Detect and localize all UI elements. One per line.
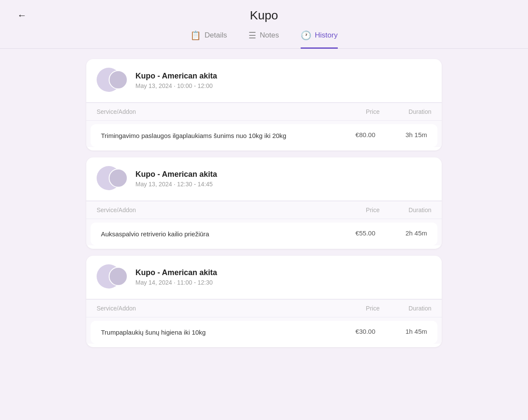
tab-history[interactable]: 🕐 History — [301, 30, 338, 49]
service-duration-2-0: 2h 45m — [375, 229, 427, 238]
appointment-card-3: Kupo - American akita May 14, 2024 · 11:… — [86, 256, 442, 347]
avatar-3 — [97, 264, 128, 290]
appointment-time-2: May 13, 2024 · 12:30 - 14:45 — [135, 181, 217, 188]
tab-bar: 📋 Details ☰ Notes 🕐 History — [0, 22, 528, 49]
services-section-3: Service/Addon Price Duration Trumpaplauk… — [86, 299, 442, 344]
service-name-3-0: Trumpaplaukių šunų higiena iki 10kg — [101, 328, 332, 337]
avatar-fg-1 — [109, 70, 128, 89]
history-icon: 🕐 — [301, 30, 311, 41]
appointment-info-1: Kupo - American akita May 13, 2024 · 10:… — [135, 72, 217, 89]
service-duration-3-0: 1h 45m — [375, 328, 427, 337]
service-price-2-0: €55.00 — [332, 229, 375, 238]
services-header-3: Service/Addon Price Duration — [86, 300, 442, 317]
appointment-time-1: May 13, 2024 · 10:00 - 12:00 — [135, 82, 217, 89]
avatar-fg-3 — [109, 267, 128, 286]
service-price-3-0: €30.00 — [332, 328, 375, 337]
service-name-1-0: Trimingavimo paslaugos ilgaplaukiams šun… — [101, 131, 332, 140]
col-duration-3: Duration — [380, 305, 431, 312]
notes-icon: ☰ — [248, 30, 256, 41]
col-duration-1: Duration — [380, 108, 431, 115]
avatar-fg-2 — [109, 169, 128, 188]
avatar-2 — [97, 166, 128, 192]
appointment-header-2: Kupo - American akita May 13, 2024 · 12:… — [86, 157, 442, 201]
appointment-name-3: Kupo - American akita — [135, 268, 217, 277]
col-service-3: Service/Addon — [97, 305, 336, 312]
page-title: Kupo — [250, 9, 278, 22]
service-row-3-0: Trumpaplaukių šunų higiena iki 10kg €30.… — [91, 321, 437, 344]
tab-history-label: History — [315, 31, 338, 40]
appointment-info-3: Kupo - American akita May 14, 2024 · 11:… — [135, 268, 217, 286]
col-service-2: Service/Addon — [97, 207, 336, 213]
services-header-1: Service/Addon Price Duration — [86, 103, 442, 121]
tab-notes[interactable]: ☰ Notes — [248, 30, 279, 49]
appointment-card-1: Kupo - American akita May 13, 2024 · 10:… — [86, 59, 442, 150]
appointment-header-1: Kupo - American akita May 13, 2024 · 10:… — [86, 59, 442, 103]
service-row-2-0: Auksaspalvio retriverio kailio priežiūra… — [91, 223, 437, 245]
back-button[interactable]: ← — [17, 10, 27, 21]
page-header: ← Kupo — [0, 0, 528, 22]
service-duration-1-0: 3h 15m — [375, 131, 427, 140]
appointment-time-3: May 14, 2024 · 11:00 - 12:30 — [135, 279, 217, 286]
col-price-3: Price — [336, 305, 380, 312]
appointment-name-1: Kupo - American akita — [135, 72, 217, 81]
appointment-info-2: Kupo - American akita May 13, 2024 · 12:… — [135, 170, 217, 188]
tab-details[interactable]: 📋 Details — [190, 30, 227, 49]
col-price-2: Price — [336, 207, 380, 213]
service-price-1-0: €80.00 — [332, 131, 375, 140]
details-icon: 📋 — [190, 30, 201, 41]
services-header-2: Service/Addon Price Duration — [86, 201, 442, 219]
avatar-1 — [97, 68, 128, 94]
service-row-1-0: Trimingavimo paslaugos ilgaplaukiams šun… — [91, 124, 437, 147]
appointment-card-2: Kupo - American akita May 13, 2024 · 12:… — [86, 157, 442, 249]
tab-notes-label: Notes — [260, 31, 279, 40]
services-section-1: Service/Addon Price Duration Trimingavim… — [86, 103, 442, 147]
tab-details-label: Details — [204, 31, 227, 40]
services-section-2: Service/Addon Price Duration Auksaspalvi… — [86, 201, 442, 245]
service-name-2-0: Auksaspalvio retriverio kailio priežiūra — [101, 229, 332, 238]
history-content: Kupo - American akita May 13, 2024 · 10:… — [0, 49, 528, 364]
col-service-1: Service/Addon — [97, 108, 336, 115]
appointment-header-3: Kupo - American akita May 14, 2024 · 11:… — [86, 256, 442, 299]
col-duration-2: Duration — [380, 207, 431, 213]
col-price-1: Price — [336, 108, 380, 115]
appointment-name-2: Kupo - American akita — [135, 170, 217, 179]
